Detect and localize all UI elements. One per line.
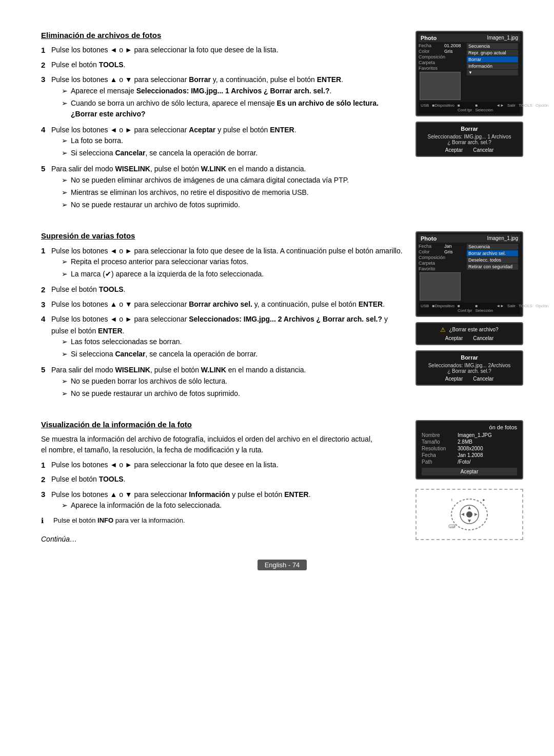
dialog-buttons: Aceptar Cancelar bbox=[422, 147, 517, 153]
section3-panels: ón de fotos Nombre Imagen_1.JPG Tamaño 2… bbox=[416, 420, 523, 540]
arrow-text: Las fotos seleccionadas se borran. bbox=[71, 336, 403, 347]
step-content: Pulse el botón TOOLS. bbox=[51, 474, 403, 486]
step-2-1: 1 Pulse los botones ◄ o ► para seleccion… bbox=[41, 245, 403, 282]
arrow-item: ➢ Las fotos seleccionadas se borran. bbox=[62, 336, 403, 347]
step-number: 1 bbox=[41, 45, 51, 56]
step-content: Pulse los botones ◄ o ► para seleccionar… bbox=[51, 315, 388, 335]
info-panel-title: ón de fotos bbox=[422, 424, 517, 430]
step-2-2: 2 Pulse el botón TOOLS. bbox=[41, 284, 403, 296]
arrow-icon: ➢ bbox=[62, 148, 71, 158]
tv-right: Secuencia Borrar archivo sel. Deselecc. … bbox=[465, 243, 520, 303]
section2-panels: Photo Imagen_1.jpg Fecha Jan Color Gris bbox=[416, 231, 523, 386]
page: Eliminación de archivos de fotos 1 Pulse… bbox=[0, 0, 554, 756]
tv-label: Carpeta bbox=[419, 261, 444, 266]
tv-left: Fecha 01.2008 Color Gris Composición bbox=[419, 42, 465, 102]
dialog-buttons: Aceptar Cancelar bbox=[422, 335, 517, 341]
info-val: 2.8MB bbox=[458, 439, 472, 445]
tv-label: Color bbox=[419, 249, 444, 254]
arrow-text: Cuando se borra un archivo de sólo lectu… bbox=[71, 98, 403, 120]
tv-label: Favorito bbox=[419, 266, 444, 271]
info-val: Jan 1.2008 bbox=[458, 452, 483, 458]
tv-menu-item: Repr. grupo actual bbox=[467, 50, 518, 56]
continua-text: Continúa… bbox=[41, 535, 403, 543]
info-icon: ℹ bbox=[41, 516, 50, 525]
arrow-text: Mientras se eliminan los archivos, no re… bbox=[71, 187, 349, 198]
arrow-text: La foto se borra. bbox=[71, 135, 296, 146]
svg-text:►: ► bbox=[482, 498, 486, 502]
arrow-icon: ➢ bbox=[62, 376, 71, 387]
arrow-icon: ➢ bbox=[62, 187, 71, 198]
svg-text:t: t bbox=[451, 498, 452, 502]
info-row: Tamaño 2.8MB bbox=[422, 439, 517, 445]
svg-marker-3 bbox=[468, 520, 471, 523]
info-key: Tamaño bbox=[422, 439, 458, 445]
arrow-item: ➢ No se puede restaurar un archivo de fo… bbox=[62, 388, 306, 399]
tv-menu-item-active: Borrar bbox=[467, 56, 518, 63]
step-number: 1 bbox=[41, 245, 51, 282]
step-content: Pulse los botones ◄ o ► para seleccionar… bbox=[51, 460, 403, 471]
dialog-buttons: Aceptar Cancelar bbox=[422, 376, 517, 382]
arrow-item: ➢ Aparece la información de la foto sele… bbox=[62, 500, 311, 511]
tv-menu-item: Secuencia bbox=[467, 244, 518, 250]
arrow-item: ➢ Mientras se eliminan los archivos, no … bbox=[62, 187, 349, 198]
arrow-icon: ➢ bbox=[62, 349, 71, 360]
arrow-text: No se pueden eliminar archivos de imágen… bbox=[71, 175, 349, 186]
tv-header: Photo Imagen_1.jpg bbox=[419, 234, 520, 243]
step-content: Pulse el botón TOOLS. bbox=[51, 59, 403, 71]
arrow-icon: ➢ bbox=[62, 388, 71, 399]
tv-bottom-sel: ■ Selección bbox=[475, 304, 493, 313]
tv-row: Carpeta bbox=[419, 60, 465, 65]
step-number: 4 bbox=[41, 313, 51, 361]
arrow-icon: ➢ bbox=[62, 175, 71, 186]
step-content: Pulse los botones ▲ o ▼ para seleccionar… bbox=[51, 75, 343, 84]
step-content: Para salir del modo WISELINK, pulse el b… bbox=[51, 165, 306, 173]
tv-bottom-sel: ■ Selección bbox=[475, 103, 493, 112]
arrow-item: ➢ Repita el proceso anterior para selecc… bbox=[62, 256, 403, 267]
tv-bottom-usb: USB bbox=[421, 304, 429, 313]
tv-value: Gris bbox=[444, 49, 453, 54]
cancel-button[interactable]: Cancelar bbox=[473, 376, 493, 382]
tv-bottom-nav: ◄► bbox=[496, 103, 504, 112]
arrow-icon: ➢ bbox=[62, 98, 71, 120]
arrow-text: Si selecciona Cancelar, se cancela la op… bbox=[71, 148, 296, 158]
tv-label: Fecha bbox=[419, 244, 444, 249]
step-number: 3 bbox=[41, 489, 51, 513]
tv-value: Jan bbox=[444, 244, 452, 249]
arrow-icon: ➢ bbox=[62, 269, 71, 280]
section-eliminacion: Eliminación de archivos de fotos 1 Pulse… bbox=[41, 31, 523, 215]
info-accept-btn[interactable]: Aceptar bbox=[422, 468, 517, 475]
arrow-icon: ➢ bbox=[62, 86, 71, 96]
step-content: Pulse los botones ▲ o ▼ para seleccionar… bbox=[51, 299, 403, 311]
tv-label: Carpeta bbox=[419, 60, 444, 65]
svg-point-6 bbox=[466, 511, 472, 518]
cancel-button[interactable]: Cancelar bbox=[473, 147, 493, 153]
svg-marker-4 bbox=[461, 513, 464, 516]
arrow-text: No se puede restaurar un archivo de foto… bbox=[71, 200, 349, 210]
arrow-icon: ➢ bbox=[62, 135, 71, 146]
footer-label: English - 74 bbox=[258, 560, 307, 570]
tv-bottom-conf: ■ Conf.fpr bbox=[458, 103, 472, 112]
tv-bottom-tools: TOOLS bbox=[519, 103, 532, 112]
warning-icon: ⚠ bbox=[440, 326, 446, 333]
arrow-text: Repita el proceso anterior para seleccio… bbox=[71, 256, 403, 267]
info-key: Fecha bbox=[422, 452, 458, 458]
step-1-2: 2 Pulse el botón TOOLS. bbox=[41, 59, 403, 71]
footer: English - 74 bbox=[41, 560, 523, 570]
step-content: Pulse los botones ◄ o ► para seleccionar… bbox=[51, 126, 296, 134]
tv-row: Composición bbox=[419, 54, 465, 59]
section1-steps: 1 Pulse los botones ◄ o ► para seleccion… bbox=[41, 45, 403, 212]
accept-button[interactable]: Aceptar bbox=[445, 335, 463, 341]
step-3-2: 2 Pulse el botón TOOLS. bbox=[41, 474, 403, 486]
tv-row: Fecha 01.2008 bbox=[419, 43, 465, 48]
dialog-text: Seleccionados: IMG.jpg... 1 Archivos¿ Bo… bbox=[422, 134, 517, 145]
dialog-panel-1: Borrar Seleccionados: IMG.jpg... 1 Archi… bbox=[416, 122, 523, 157]
arrow-icon: ➢ bbox=[62, 500, 71, 511]
cancel-button[interactable]: Cancelar bbox=[473, 335, 493, 341]
accept-button[interactable]: Aceptar bbox=[445, 376, 463, 382]
accept-button[interactable]: Aceptar bbox=[445, 147, 463, 153]
step-content: Pulse los botones ▲ o ▼ para seleccionar… bbox=[51, 490, 311, 499]
section3-steps: 1 Pulse los botones ◄ o ► para seleccion… bbox=[41, 460, 403, 513]
info-val: 3008x2000 bbox=[458, 446, 483, 451]
arrow-icon: ➢ bbox=[62, 336, 71, 347]
section3-intro: Se muestra la información del archivo de… bbox=[41, 434, 403, 455]
